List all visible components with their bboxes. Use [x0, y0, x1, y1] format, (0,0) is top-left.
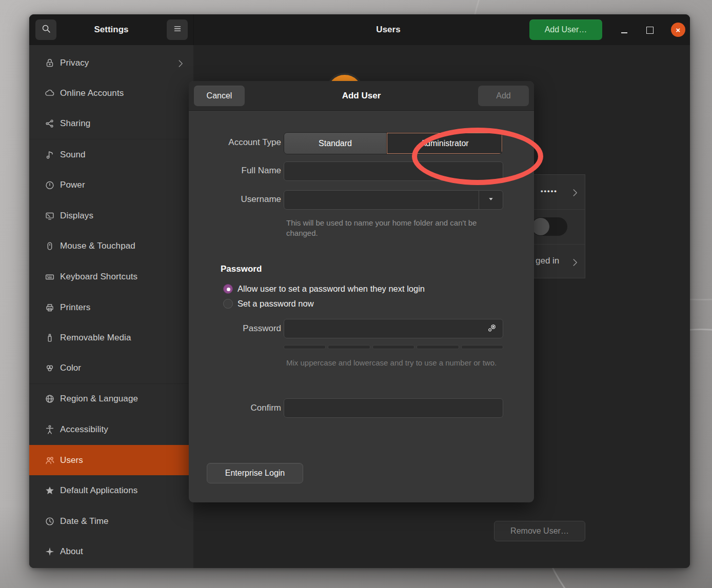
sidebar-item-label: About: [60, 546, 185, 557]
settings-window: Settings Users Add User… × PrivacyOnline…: [29, 14, 690, 568]
strength-segment: [284, 345, 326, 349]
display-icon: [44, 210, 56, 222]
sidebar-item-label: Power: [60, 180, 185, 190]
sidebar-item-printers[interactable]: Printers: [29, 292, 193, 323]
sidebar-item-about[interactable]: About: [29, 537, 193, 567]
search-icon: [41, 23, 52, 36]
minimize-button[interactable]: [619, 24, 630, 36]
sidebar-item-label: Date & Time: [60, 516, 185, 526]
password-input[interactable]: [284, 319, 503, 338]
sidebar-item-date-time[interactable]: Date & Time: [29, 506, 193, 537]
sidebar-item-label: Sound: [60, 150, 185, 160]
printer-icon: [44, 301, 56, 314]
add-user-button[interactable]: Add User…: [529, 19, 602, 40]
generate-password-icon[interactable]: [486, 322, 499, 335]
maximize-button[interactable]: [646, 27, 654, 34]
strength-segment: [372, 345, 414, 349]
full-name-input[interactable]: [284, 161, 503, 181]
password-hint: Mix uppercase and lowercase and try to u…: [286, 358, 498, 368]
sidebar-item-label: Online Accounts: [60, 88, 185, 98]
remove-user-button[interactable]: Remove User…: [494, 521, 585, 541]
menu-button[interactable]: [167, 19, 188, 40]
sidebar-item-keyboard-shortcuts[interactable]: Keyboard Shortcuts: [29, 261, 193, 292]
sidebar-item-label: Mouse & Touchpad: [60, 241, 185, 251]
username-hint: This will be used to name your home fold…: [286, 218, 498, 239]
hamburger-icon: [172, 23, 183, 36]
confirm-label: Confirm: [189, 403, 281, 413]
cancel-button[interactable]: Cancel: [194, 86, 245, 106]
strength-segment: [461, 345, 503, 349]
sidebar-item-users[interactable]: Users: [29, 445, 193, 476]
sidebar-item-online-accounts[interactable]: Online Accounts: [29, 78, 193, 109]
sidebar-item-sharing[interactable]: Sharing: [29, 109, 193, 139]
sidebar-item-color[interactable]: Color: [29, 353, 193, 384]
keyboard-icon: [44, 271, 56, 283]
automatic-login-toggle[interactable]: [531, 217, 567, 236]
mouse-icon: [44, 240, 56, 252]
chevron-right-icon: [175, 58, 185, 68]
sidebar-item-label: Keyboard Shortcuts: [60, 272, 185, 282]
star-icon: [44, 484, 56, 497]
chevron-right-icon: [569, 187, 579, 196]
username-dropdown-button[interactable]: [479, 191, 503, 209]
power-icon: [44, 179, 56, 191]
sidebar-nav: PrivacyOnline AccountsSharingSoundPowerD…: [29, 45, 193, 568]
confirm-input[interactable]: [284, 398, 503, 418]
add-user-dialog: Cancel Add User Add Account Type Standar…: [189, 81, 534, 502]
chevron-right-icon: [569, 257, 579, 266]
username-input[interactable]: [284, 190, 503, 210]
color-icon: [44, 362, 56, 374]
radio-set-password-now[interactable]: Set a password now: [223, 298, 314, 309]
sidebar-item-label: Region & Language: [60, 394, 185, 404]
globe-icon: [44, 393, 56, 405]
usb-icon: [44, 332, 56, 344]
page-title: Users: [193, 14, 583, 45]
username-label: Username: [189, 194, 281, 205]
sidebar-item-sound[interactable]: Sound: [29, 139, 193, 170]
sidebar-item-mouse-touchpad[interactable]: Mouse & Touchpad: [29, 231, 193, 262]
lock-icon: [44, 57, 56, 69]
strength-segment: [328, 345, 370, 349]
headerbar: Settings Users Add User… ×: [29, 14, 690, 45]
radio-password-next-login[interactable]: Allow user to set a password when they n…: [223, 283, 425, 294]
password-strength-meter: [284, 345, 503, 349]
sidebar-item-accessibility[interactable]: Accessibility: [29, 414, 193, 445]
minimize-icon: [621, 32, 627, 33]
sidebar-item-label: Displays: [60, 211, 185, 221]
password-section-heading: Password: [221, 264, 262, 274]
toggle-knob: [532, 218, 549, 235]
search-button[interactable]: [35, 19, 56, 40]
sidebar-item-label: Accessibility: [60, 424, 185, 435]
sidebar-item-label: Printers: [60, 302, 185, 313]
sidebar-item-removable-media[interactable]: Removable Media: [29, 322, 193, 353]
account-type-label: Account Type: [189, 137, 281, 148]
radio-checked-icon: [223, 284, 233, 294]
clock-icon: [44, 515, 56, 528]
share-icon: [44, 117, 56, 130]
sidebar-item-power[interactable]: Power: [29, 170, 193, 200]
sidebar-item-region-language[interactable]: Region & Language: [29, 384, 193, 415]
account-type-standard-button[interactable]: Standard: [284, 133, 387, 154]
logged-in-label: ged in: [536, 256, 559, 266]
sidebar-item-label: Privacy: [60, 58, 175, 68]
account-type-segmented-control: Standard Administrator: [284, 132, 503, 154]
enterprise-login-button[interactable]: Enterprise Login: [207, 463, 303, 483]
sidebar-item-label: Sharing: [60, 118, 185, 129]
sidebar-item-label: Color: [60, 363, 185, 373]
cloud-icon: [44, 87, 56, 99]
sidebar-item-privacy[interactable]: Privacy: [29, 48, 193, 78]
full-name-label: Full Name: [189, 166, 281, 176]
add-button[interactable]: Add: [478, 86, 529, 106]
account-type-administrator-button[interactable]: Administrator: [387, 133, 502, 154]
password-dots: •••••: [541, 187, 558, 195]
username-combo: [284, 190, 503, 210]
note-icon: [44, 149, 56, 161]
sidebar-item-displays[interactable]: Displays: [29, 200, 193, 231]
strength-segment: [417, 345, 459, 349]
sparkle-icon: [44, 545, 56, 558]
close-button[interactable]: ×: [671, 23, 685, 37]
password-label: Password: [189, 323, 281, 334]
accessibility-icon: [44, 423, 56, 436]
sidebar-item-default-applications[interactable]: Default Applications: [29, 475, 193, 506]
sidebar-item-label: Removable Media: [60, 333, 185, 343]
